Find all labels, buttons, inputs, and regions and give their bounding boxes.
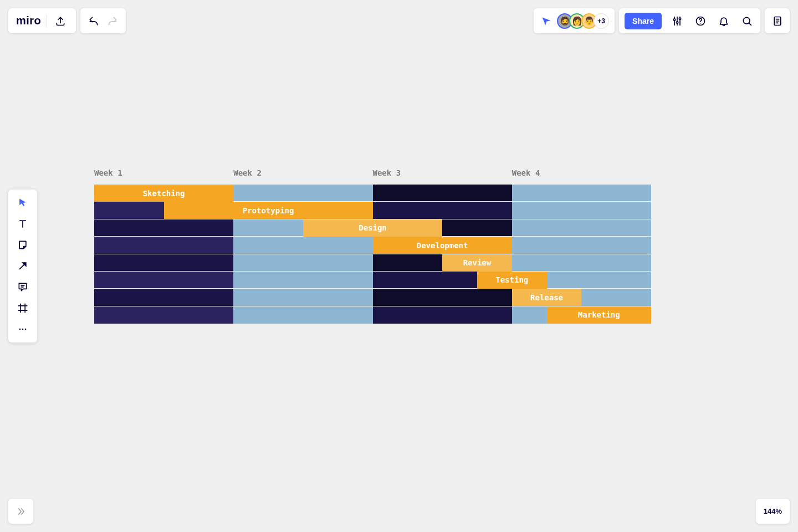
- undo-icon[interactable]: [86, 13, 101, 29]
- gantt-bg-cell: [233, 185, 372, 201]
- gantt-row: Design: [94, 219, 651, 237]
- svg-line-10: [749, 23, 751, 25]
- gantt-chart[interactable]: Week 1Week 2Week 3Week 4 SketchingProtot…: [94, 169, 651, 324]
- gantt-task-bar[interactable]: Sketching: [94, 185, 233, 202]
- gantt-bg-cell: [94, 272, 233, 288]
- gantt-week-headers: Week 1Week 2Week 3Week 4: [94, 169, 651, 182]
- gantt-bg-cell: [233, 237, 372, 253]
- gantt-bg-cell: [373, 202, 512, 218]
- gantt-bg-cell: [94, 254, 233, 271]
- gantt-task-bar[interactable]: Design: [303, 219, 442, 237]
- sticky-note-tool-icon[interactable]: [12, 235, 34, 255]
- gantt-task-bar[interactable]: Testing: [477, 272, 547, 289]
- search-icon[interactable]: [739, 13, 755, 29]
- undo-redo-panel: [80, 8, 126, 33]
- gantt-row: Review: [94, 254, 651, 272]
- presentation-icon[interactable]: [539, 16, 554, 27]
- app-logo[interactable]: miro: [16, 14, 41, 27]
- gantt-bg-cell: [373, 185, 512, 201]
- gantt-column-header: Week 2: [233, 169, 262, 177]
- gantt-bg-cell: [233, 254, 372, 271]
- gantt-bg-cell: [233, 289, 372, 305]
- export-icon[interactable]: [53, 13, 68, 29]
- zoom-value: 144%: [764, 507, 782, 515]
- gantt-bg-cell: [94, 306, 233, 324]
- svg-point-4: [676, 21, 678, 23]
- frame-tool-icon[interactable]: [12, 298, 34, 318]
- gantt-bg-cell: [373, 306, 512, 324]
- text-tool-icon[interactable]: [12, 214, 34, 234]
- more-tools-icon[interactable]: [12, 319, 34, 339]
- gantt-column-header: Week 1: [94, 169, 122, 177]
- notifications-icon[interactable]: [716, 13, 732, 29]
- select-tool-icon[interactable]: [12, 193, 34, 213]
- gantt-task-bar[interactable]: Development: [373, 237, 512, 254]
- share-button[interactable]: Share: [625, 13, 662, 29]
- gantt-bg-cell: [373, 289, 512, 305]
- redo-icon[interactable]: [105, 13, 120, 29]
- svg-point-2: [673, 18, 675, 20]
- expand-panel-icon[interactable]: [8, 499, 33, 524]
- gantt-task-bar[interactable]: Review: [442, 254, 512, 272]
- top-bar: miro 🧔 👩 👨 +3 Share: [8, 8, 790, 33]
- tools-toolbar: [8, 190, 37, 342]
- gantt-task-bar[interactable]: Prototyping: [164, 202, 373, 219]
- settings-icon[interactable]: [669, 13, 685, 29]
- arrow-tool-icon[interactable]: [12, 256, 34, 276]
- gantt-row: Release: [94, 289, 651, 306]
- gantt-bg-cell: [512, 202, 651, 218]
- gantt-row: Development: [94, 237, 651, 254]
- svg-point-6: [679, 18, 681, 19]
- gantt-row: Marketing: [94, 306, 651, 324]
- gantt-body[interactable]: SketchingPrototypingDesignDevelopmentRev…: [94, 185, 651, 324]
- gantt-row: Prototyping: [94, 202, 651, 219]
- svg-point-26: [25, 329, 27, 330]
- avatar-stack[interactable]: 🧔 👩 👨 +3: [557, 13, 609, 29]
- gantt-bg-cell: [233, 306, 372, 324]
- svg-point-25: [22, 329, 24, 330]
- gantt-row: Sketching: [94, 185, 651, 202]
- help-icon[interactable]: [693, 13, 708, 29]
- comment-tool-icon[interactable]: [12, 277, 34, 297]
- gantt-bg-cell: [94, 237, 233, 253]
- gantt-column-header: Week 3: [373, 169, 401, 177]
- notes-panel[interactable]: [765, 8, 790, 33]
- collaborators-panel: 🧔 👩 👨 +3: [534, 8, 615, 33]
- gantt-bg-cell: [233, 272, 372, 288]
- gantt-bg-cell: [512, 185, 651, 201]
- separator: [47, 15, 47, 27]
- gantt-task-bar[interactable]: Marketing: [547, 306, 651, 324]
- logo-panel: miro: [8, 8, 76, 33]
- svg-point-8: [700, 23, 700, 23]
- gantt-task-bar[interactable]: Release: [512, 289, 582, 306]
- gantt-bg-cell: [94, 289, 233, 305]
- gantt-bg-cell: [512, 219, 651, 236]
- gantt-row: Testing: [94, 272, 651, 289]
- gantt-column-header: Week 4: [512, 169, 540, 177]
- notes-icon[interactable]: [770, 13, 785, 29]
- avatar-overflow-count[interactable]: +3: [594, 13, 609, 29]
- gantt-bg-cell: [512, 237, 651, 253]
- actions-panel: Share: [619, 8, 760, 33]
- zoom-indicator[interactable]: 144%: [756, 499, 790, 524]
- gantt-bg-cell: [94, 219, 233, 236]
- svg-point-24: [19, 329, 21, 330]
- gantt-bg-cell: [512, 254, 651, 271]
